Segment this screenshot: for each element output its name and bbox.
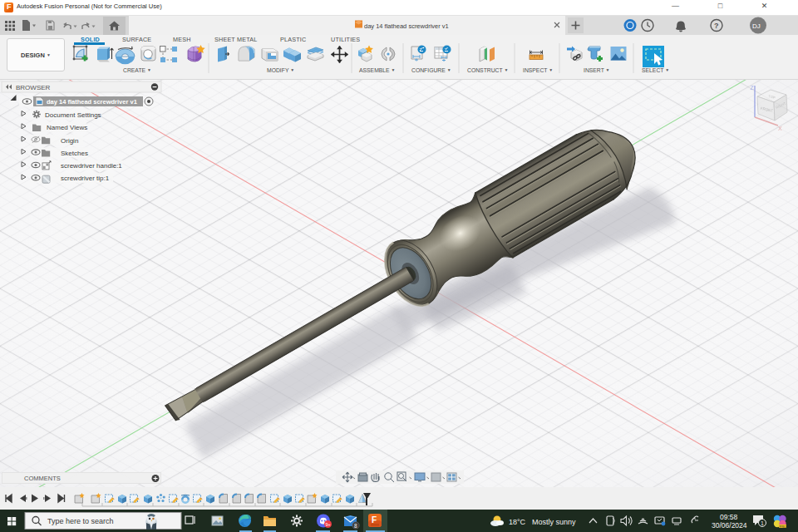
svg-text:DJ: DJ bbox=[752, 22, 761, 30]
svg-text:8: 8 bbox=[354, 523, 357, 529]
svg-text:18°C: 18°C bbox=[509, 518, 526, 526]
svg-text:Origin: Origin bbox=[61, 137, 78, 145]
svg-text:30/06/2024: 30/06/2024 bbox=[712, 521, 747, 530]
svg-text:day 14 flathead screwdriver v1: day 14 flathead screwdriver v1 bbox=[364, 22, 449, 30]
svg-text:Type here to search: Type here to search bbox=[47, 517, 114, 525]
svg-text:1: 1 bbox=[761, 520, 764, 526]
svg-text:Sketches: Sketches bbox=[61, 150, 88, 157]
svg-text:Document Settings: Document Settings bbox=[45, 111, 101, 119]
svg-text:F: F bbox=[372, 515, 377, 525]
svg-text:?: ? bbox=[714, 22, 719, 30]
svg-text:Z: Z bbox=[751, 85, 755, 91]
svg-text:Named Views: Named Views bbox=[47, 124, 87, 131]
svg-text:X: X bbox=[778, 126, 782, 131]
svg-text:Mostly sunny: Mostly sunny bbox=[532, 518, 576, 526]
svg-text:PRO: PRO bbox=[780, 525, 787, 529]
svg-text:09:58: 09:58 bbox=[720, 513, 738, 521]
svg-text:BROWSER: BROWSER bbox=[16, 84, 51, 91]
svg-text:9+: 9+ bbox=[326, 522, 331, 527]
svg-text:screwdriver handle:1: screwdriver handle:1 bbox=[61, 162, 122, 170]
svg-text:screwdriver tip:1: screwdriver tip:1 bbox=[61, 175, 110, 182]
svg-text:day 14 flathead screwdriver v1: day 14 flathead screwdriver v1 bbox=[47, 98, 137, 106]
